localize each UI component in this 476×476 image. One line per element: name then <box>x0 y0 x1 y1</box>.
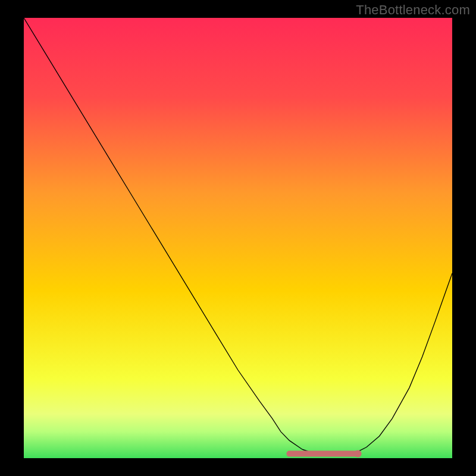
chart-canvas: TheBottleneck.com <box>0 0 476 476</box>
plot-area <box>24 18 452 458</box>
optimal-range-end-dot <box>355 450 362 458</box>
plot-svg <box>24 18 452 458</box>
watermark-label: TheBottleneck.com <box>356 2 470 18</box>
gradient-background <box>24 18 452 458</box>
